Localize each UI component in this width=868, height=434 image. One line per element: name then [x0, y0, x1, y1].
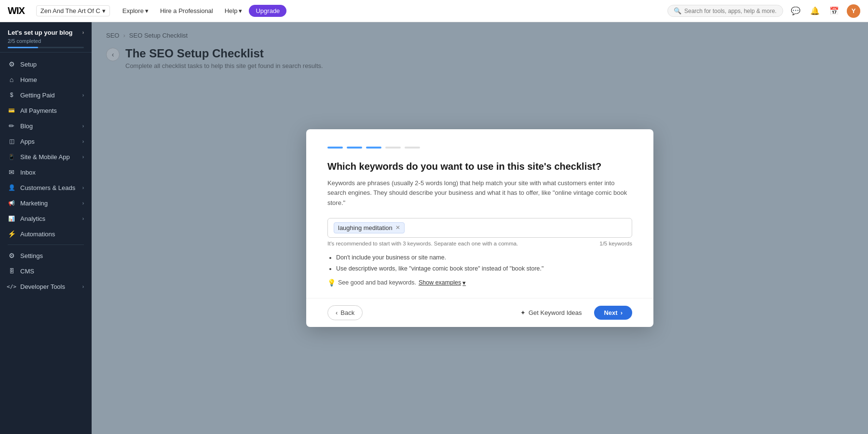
cms-icon: 🗄: [8, 267, 15, 275]
modal-description: Keywords are phrases (usually 2-5 words …: [327, 178, 632, 208]
footer-right: ✦ Get Keyword Ideas Next ›: [514, 306, 632, 320]
site-mobile-icon: 📱: [8, 153, 15, 161]
step-2: [347, 147, 362, 149]
site-name-selector[interactable]: Zen And The Art Of C ▾: [36, 5, 110, 16]
search-input[interactable]: [684, 8, 777, 14]
explore-chevron-icon: ▾: [145, 7, 149, 14]
nav-items: Explore ▾ Hire a Professional Help ▾ Upg…: [118, 5, 660, 17]
progress-bar-bg: [8, 47, 84, 48]
settings-icon: ⚙: [8, 252, 15, 259]
customers-icon: 👤: [8, 184, 15, 191]
sidebar-item-setup[interactable]: ⚙ Setup: [0, 56, 92, 72]
sidebar-item-developer[interactable]: </> Developer Tools ›: [0, 279, 92, 294]
sidebar-setup-title: Let's set up your blog ›: [8, 29, 84, 36]
back-arrow-icon: ‹: [336, 309, 338, 316]
keyword-ideas-button[interactable]: ✦ Get Keyword Ideas: [514, 306, 589, 320]
keyword-modal: Which keywords do you want to use in thi…: [306, 129, 653, 327]
help-chevron-icon: ▾: [239, 7, 242, 14]
show-examples[interactable]: 💡 See good and bad keywords. Show exampl…: [327, 279, 632, 286]
getting-paid-chevron-icon: ›: [82, 93, 84, 98]
nav-help[interactable]: Help ▾: [220, 5, 247, 16]
wix-logo: WIX: [8, 5, 25, 16]
sidebar-item-marketing[interactable]: 📢 Marketing ›: [0, 195, 92, 211]
step-4: [385, 147, 401, 149]
sidebar-header: Let's set up your blog › 2/5 completed: [0, 22, 92, 53]
apps-chevron-icon: ›: [82, 139, 84, 144]
sidebar-progress: 2/5 completed: [8, 38, 84, 44]
sidebar: Let's set up your blog › 2/5 completed ⚙…: [0, 22, 92, 434]
progress-bar-fill: [8, 47, 38, 48]
nav-right: 🔍 💬 🔔 📅 Y: [667, 4, 860, 18]
notifications-icon[interactable]: 🔔: [808, 4, 822, 18]
keyword-text-input[interactable]: [407, 224, 626, 231]
keyword-tag-label: laughing meditation: [338, 224, 393, 231]
nav-explore[interactable]: Explore ▾: [118, 5, 153, 16]
messages-icon[interactable]: 💬: [789, 4, 802, 18]
sidebar-item-settings[interactable]: ⚙ Settings: [0, 248, 92, 263]
setup-chevron-icon: ›: [82, 30, 84, 35]
modal-body: Which keywords do you want to use in thi…: [306, 129, 653, 298]
tips-list: Don't include your business or site name…: [327, 253, 632, 273]
sidebar-item-all-payments[interactable]: 💳 All Payments: [0, 103, 92, 118]
apps-icon: ◫: [8, 137, 15, 145]
content-area: SEO › SEO Setup Checklist ‹ The SEO Setu…: [92, 22, 868, 434]
site-name-label: Zen And The Art Of C: [41, 7, 100, 14]
all-payments-icon: 💳: [8, 107, 15, 114]
developer-icon: </>: [8, 283, 15, 290]
modal-back-button[interactable]: ‹ Back: [327, 305, 363, 320]
search-bar[interactable]: 🔍: [667, 5, 783, 17]
sidebar-item-customers[interactable]: 👤 Customers & Leads ›: [0, 180, 92, 195]
tip-1: Don't include your business or site name…: [336, 253, 632, 262]
marketing-chevron-icon: ›: [82, 201, 84, 206]
nav-hire[interactable]: Hire a Professional: [155, 5, 218, 16]
modal-footer: ‹ Back ✦ Get Keyword Ideas Next ›: [306, 298, 653, 327]
calendar-icon[interactable]: 📅: [827, 4, 841, 18]
tip-2: Use descriptive words, like "vintage com…: [336, 264, 632, 273]
search-icon: 🔍: [674, 7, 681, 14]
avatar[interactable]: Y: [847, 4, 860, 18]
next-arrow-icon: ›: [621, 309, 623, 316]
lightbulb-icon: 💡: [327, 279, 336, 286]
customers-chevron-icon: ›: [82, 185, 84, 190]
step-1: [327, 147, 343, 149]
sidebar-item-cms[interactable]: 🗄 CMS: [0, 263, 92, 279]
show-examples-link[interactable]: Show examples ▾: [419, 279, 466, 286]
blog-icon: ✏: [8, 122, 15, 130]
modal-overlay: Which keywords do you want to use in thi…: [92, 22, 868, 434]
setup-icon: ⚙: [8, 60, 15, 68]
sidebar-item-getting-paid[interactable]: $ Getting Paid ›: [0, 87, 92, 103]
keyword-input-area[interactable]: laughing meditation ✕: [327, 218, 632, 238]
analytics-chevron-icon: ›: [82, 216, 84, 221]
show-examples-text: See good and bad keywords.: [338, 279, 416, 286]
marketing-icon: 📢: [8, 199, 15, 207]
sidebar-item-site-mobile[interactable]: 📱 Site & Mobile App ›: [0, 149, 92, 164]
modal-steps: [327, 147, 632, 149]
sidebar-item-home[interactable]: ⌂ Home: [0, 72, 92, 87]
step-5: [405, 147, 420, 149]
sidebar-item-analytics[interactable]: 📊 Analytics ›: [0, 211, 92, 226]
sidebar-nav: ⚙ Setup ⌂ Home $ Getting Paid › 💳 All Pa…: [0, 53, 92, 294]
keyword-ideas-icon: ✦: [520, 309, 526, 316]
upgrade-button[interactable]: Upgrade: [249, 5, 286, 17]
getting-paid-icon: $: [8, 91, 15, 99]
modal-question: Which keywords do you want to use in thi…: [327, 160, 632, 173]
input-hint: It's recommended to start with 3 keyword…: [327, 241, 518, 246]
analytics-icon: 📊: [8, 215, 15, 222]
developer-chevron-icon: ›: [82, 284, 84, 289]
home-icon: ⌂: [8, 76, 15, 83]
main-layout: Let's set up your blog › 2/5 completed ⚙…: [0, 22, 868, 434]
top-nav: WIX Zen And The Art Of C ▾ Explore ▾ Hir…: [0, 0, 868, 22]
sidebar-item-inbox[interactable]: ✉ Inbox: [0, 164, 92, 180]
site-mobile-chevron-icon: ›: [82, 154, 84, 160]
automations-icon: ⚡: [8, 230, 15, 238]
remove-keyword-button[interactable]: ✕: [395, 225, 400, 231]
site-chevron-icon: ▾: [102, 7, 106, 14]
input-meta: It's recommended to start with 3 keyword…: [327, 241, 632, 246]
keyword-tag: laughing meditation ✕: [334, 222, 405, 233]
sidebar-item-apps[interactable]: ◫ Apps ›: [0, 134, 92, 149]
step-3: [366, 147, 381, 149]
blog-chevron-icon: ›: [82, 123, 84, 129]
sidebar-item-blog[interactable]: ✏ Blog ›: [0, 118, 92, 134]
sidebar-item-automations[interactable]: ⚡ Automations: [0, 226, 92, 242]
modal-next-button[interactable]: Next ›: [594, 306, 632, 320]
